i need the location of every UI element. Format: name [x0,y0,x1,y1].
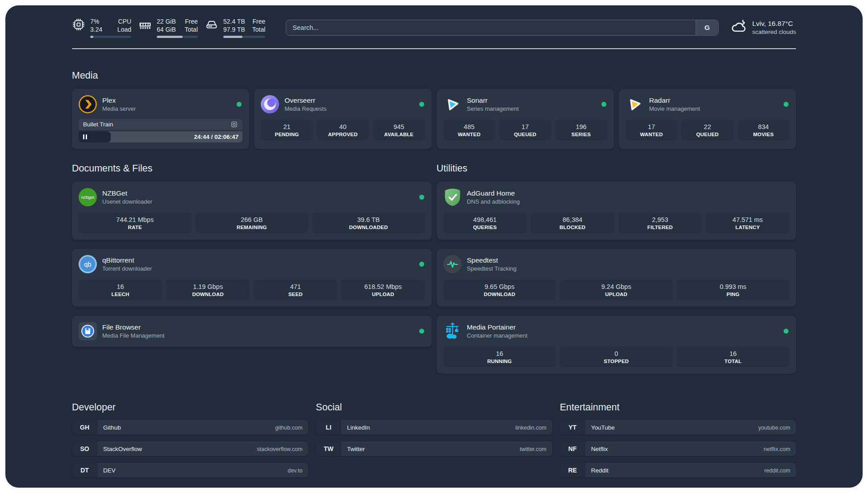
portainer-icon [443,322,462,340]
search-engine-button[interactable]: G [696,20,718,35]
adguard-card[interactable]: AdGuard Home DNS and adblocking 498,461 … [437,182,797,240]
bookmark-url: github.com [275,425,302,431]
stat-label: FILTERED [620,225,700,230]
stat-approved: 40 APPROVED [317,119,369,140]
app-name: qBittorrent [102,256,152,264]
playback-progress-bar: 24:44 / 02:06:47 [79,131,242,142]
app-desc: Usenet downloader [102,198,152,205]
bookmark-name: Netflix [591,446,608,452]
stat-filtered: 2,953 FILTERED [618,212,702,233]
cpu-icon [72,17,85,38]
app-desc: Speedtest Tracking [467,265,517,272]
bookmark-name: Twitter [347,446,365,452]
stat-value: 266 GB [197,216,307,223]
now-playing-title: Bullet Train [83,121,113,128]
stat-value: 16 [445,350,555,357]
weather-location-temp: Lviv, 16.87°C [752,20,796,28]
stat-label: RUNNING [445,359,555,364]
bookmark-stackoverflow[interactable]: SO StackOverflow stackoverflow.com [72,442,308,456]
stat-label: QUEUED [501,132,549,137]
stat-series: 196 SERIES [555,119,607,140]
plex-card[interactable]: Plex Media server Bullet Train 24:44 / 0… [72,89,249,149]
adguard-icon [443,188,462,206]
stat-blocked: 86,384 BLOCKED [531,212,614,233]
nzbget-icon: nzbget [79,188,97,206]
bookmark-youtube[interactable]: YT YouTube youtube.com [560,420,796,435]
documents-column: Documents & Files nzbget NZBGet Usenet d… [72,163,432,374]
stat-value: 471 [255,283,335,290]
plex-now-playing: Bullet Train 24:44 / 02:06:47 [79,119,242,142]
stat-label: REMAINING [197,225,307,230]
bookmark-name: StackOverflow [103,446,142,452]
overseerr-card[interactable]: Overseerr Media Requests 21 PENDING 40 A… [254,89,431,149]
svg-text:nzbget: nzbget [81,195,94,200]
plex-icon [79,95,97,113]
app-name: Speedtest [467,256,517,264]
stat-label: SERIES [557,132,605,137]
stat-label: QUEUED [683,132,731,137]
stat-value: 0.993 ms [679,283,788,290]
stat-value: 744.21 Mbps [80,216,190,223]
stat-value: 47.571 ms [708,216,788,223]
developer-section-title: Developer [72,402,308,413]
disk-widget: 52.4 TB 97.9 TB Free Total [205,17,265,38]
memory-icon [138,17,152,38]
bookmark-url: stackoverflow.com [257,446,302,452]
status-indicator [419,329,424,334]
bookmark-name: DEV [103,467,116,474]
nzbget-card[interactable]: nzbget NZBGet Usenet downloader 744.21 M… [72,182,432,240]
cpu-usage-label: CPU [117,17,131,25]
stat-label: SEED [255,292,335,297]
stat-value: 1.19 Gbps [168,283,248,290]
media-grid: Plex Media server Bullet Train 24:44 / 0… [72,89,796,149]
stat-value: 21 [263,123,311,130]
bookmark-github[interactable]: GH Github github.com [72,420,308,435]
social-column: Social LI LinkedIn linkedin.com TW Twitt… [316,402,552,477]
bookmark-abbr: LI [316,420,341,435]
stat-value: 16 [679,350,788,357]
disk-total-value: 97.9 TB [223,25,245,33]
sonarr-card[interactable]: Sonarr Series management 485 WANTED 17 Q… [437,89,614,149]
cpu-usage-bar [90,36,131,38]
transcode-icon [230,121,238,128]
bookmark-dev[interactable]: DT DEV dev.to [72,463,308,477]
bookmark-linkedin[interactable]: LI LinkedIn linkedin.com [316,420,552,435]
stat-download: 9.65 Gbps DOWNLOAD [443,279,556,300]
app-name: File Browser [102,323,164,331]
stat-ping: 0.993 ms PING [677,279,790,300]
top-bar: 7% 3.24 CPU Load 22 GiB [72,17,796,38]
utilities-column: Utilities AdGuard Home DNS and adblockin… [437,163,797,374]
memory-free-label: Free [184,17,198,25]
stat-queued: 22 QUEUED [681,119,733,140]
bookmark-name: YouTube [591,424,615,431]
stat-downloaded: 39.6 TB DOWNLOADED [312,212,425,233]
memory-total-label: Total [184,25,198,33]
disk-total-label: Total [252,25,266,33]
bookmark-twitter[interactable]: TW Twitter twitter.com [316,442,552,456]
portainer-card[interactable]: Media Portainer Container management 16 … [437,316,797,374]
stat-label: QUERIES [445,225,525,230]
stat-movies: 834 MOVIES [738,119,789,140]
app-desc: DNS and adblocking [467,198,520,205]
bookmark-reddit[interactable]: RE Reddit reddit.com [560,463,796,477]
stat-value: 39.6 TB [314,216,423,223]
disk-icon [205,17,218,38]
stat-wanted: 485 WANTED [443,119,495,140]
filebrowser-icon [79,322,97,340]
stat-queued: 17 QUEUED [499,119,551,140]
cpu-usage-value: 7% [90,17,102,25]
search-bar: G [286,20,718,36]
bookmark-netflix[interactable]: NF Netflix netflix.com [560,442,796,456]
radarr-card[interactable]: Radarr Movie management 17 WANTED 22 QUE… [619,89,796,149]
speedtest-icon [443,255,462,273]
speedtest-card[interactable]: Speedtest Speedtest Tracking 9.65 Gbps D… [437,249,797,307]
stat-label: AVAILABLE [375,132,423,137]
stat-value: 16 [80,283,160,290]
stat-label: STOPPED [562,359,671,364]
search-input[interactable] [286,20,718,36]
entertainment-section-title: Entertainment [560,402,796,413]
filebrowser-card[interactable]: File Browser Media File Management [72,316,432,347]
stat-label: RATE [80,225,190,230]
disk-usage-bar [223,36,265,38]
qbittorrent-card[interactable]: qb qBittorrent Torrent downloader 16 LEE… [72,249,432,307]
